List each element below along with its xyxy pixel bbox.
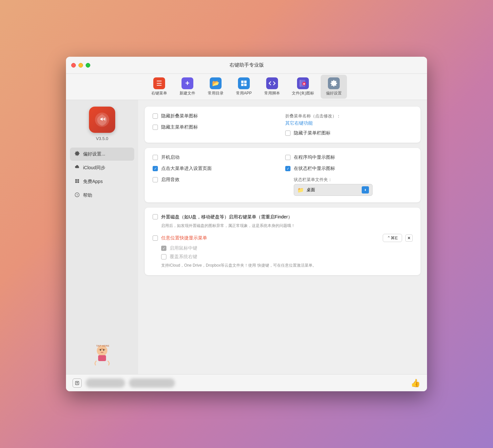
statusbar-folder-label: 状态栏菜单文件夹： (294, 177, 413, 183)
toolbar-icon-commonscript (266, 77, 278, 89)
svg-point-12 (365, 190, 366, 191)
support-text-content: 支持iCloud，One Drive，Dropbox等云盘文件夹！使用 快捷键，… (161, 263, 316, 268)
external-disk-row: 外置磁盘（如U盘，移动硬盘等）启用右键菜单（需重启Finder） (153, 214, 413, 220)
toolbar-icon-fileicon (297, 77, 309, 89)
sidebar-label-icloud: iCloud同步 (83, 165, 105, 171)
fold-name-section: 折叠菜单名称（点击修改）： 其它右键功能 (285, 113, 413, 126)
sidebar-bottom: TAP HERE (89, 341, 115, 368)
external-disk-label: 外置磁盘（如U盘，移动硬盘等）启用右键菜单（需重启Finder） (161, 214, 292, 220)
quick-menu-label: 任意位置快捷显示菜单 (161, 235, 207, 241)
toolbar-label-commonscript: 常用脚本 (264, 91, 280, 96)
hide-main-menubar-checkbox[interactable] (153, 125, 158, 130)
toolbar-label-preferences: 偏好设置 (326, 91, 342, 96)
click-settings-checkbox[interactable]: ✓ (153, 166, 158, 171)
shortcut-clear-button[interactable]: ✕ (405, 234, 413, 242)
hide-submenu-bar-label: 隐藏子菜单栏图标 (294, 130, 331, 136)
svg-point-8 (103, 349, 104, 351)
export-button[interactable] (73, 378, 82, 388)
main-window: 右键助手专业版 ☰ 右键菜单 + 新建文件 📂 常用目录 常用APP 常用脚本 (66, 57, 427, 391)
svg-text:TAP HERE: TAP HERE (96, 344, 109, 347)
close-button[interactable] (71, 63, 76, 68)
hide-submenu-bar-item: 隐藏子菜单栏图标 (285, 130, 413, 136)
sidebar-label-preferences: 偏好设置... (83, 151, 105, 157)
enable-sound-label: 启用音效 (161, 177, 180, 183)
external-disk-desc: 启用后，如发现外置磁盘的图标异常，属正常现象，这是系统本身的问题哦！ (161, 223, 413, 229)
sidebar-nav: 偏好设置... iCloud同步 免费Apps ? (70, 148, 134, 202)
toolbar-icon-commondir: 📂 (210, 77, 222, 89)
titlebar: 右键助手专业版 (66, 57, 427, 74)
folder-arrow-button[interactable] (362, 186, 369, 193)
display-right: 在程序坞中显示图标 ✓ 在状态栏中显示图标 状态栏菜单文件夹： (285, 154, 413, 196)
sidebar-label-freeapps: 免费Apps (83, 179, 103, 185)
statusbar-folder-dropdown[interactable]: 📁 桌面 (294, 184, 373, 196)
content-area: V3.5.0 偏好设置... iCloud同步 (66, 100, 427, 374)
show-in-statusbar-item: ✓ 在状态栏中显示图标 (285, 166, 335, 172)
quick-menu-row: 任意位置快捷显示菜单 ⌃⌘E ✕ (153, 234, 413, 242)
hide-fold-icon-item: 隐藏折叠菜单图标 (153, 113, 198, 119)
toolbar-icon-preferences (328, 77, 340, 89)
sidebar-item-preferences[interactable]: 偏好设置... (70, 148, 134, 161)
help-icon: ? (75, 192, 80, 199)
enable-sound-item: 启用音效 (153, 177, 180, 183)
svg-point-7 (100, 349, 101, 351)
click-settings-item: ✓ 点击大菜单进入设置页面 (153, 166, 212, 172)
show-in-dock-checkbox[interactable] (285, 155, 290, 160)
sidebar-item-freeapps[interactable]: 免费Apps (70, 175, 134, 188)
svg-point-11 (365, 189, 366, 190)
auto-launch-item: 开机启动 (153, 154, 180, 160)
folder-name: 桌面 (307, 187, 359, 193)
sidebar-label-help: 帮助 (83, 193, 92, 198)
maximize-button[interactable] (86, 63, 90, 68)
toolbar-item-rightmenu[interactable]: ☰ 右键菜单 (146, 75, 172, 99)
statusbar-folder-section: 状态栏菜单文件夹： 📁 桌面 (294, 177, 413, 196)
apps-icon (75, 178, 80, 185)
app-version: V3.5.0 (96, 136, 108, 141)
toolbar-item-commondir[interactable]: 📂 常用目录 (203, 75, 229, 99)
toolbar-item-commonapp[interactable]: 常用APP (231, 75, 257, 99)
toolbar-label-newfile: 新建文件 (180, 91, 195, 96)
toolbar-icon-newfile: + (182, 77, 193, 89)
external-quick-card: 外置磁盘（如U盘，移动硬盘等）启用右键菜单（需重启Finder） 启用后，如发现… (145, 208, 420, 275)
show-in-dock-label: 在程序坞中显示图标 (294, 154, 335, 160)
hide-fold-icon-checkbox[interactable] (153, 113, 158, 119)
toolbar-label-fileicon: 文件(夹)图标 (292, 91, 314, 96)
toolbar-item-fileicon[interactable]: 文件(夹)图标 (287, 75, 319, 99)
gear-icon (75, 151, 80, 157)
app-icon (89, 107, 115, 133)
mouse-middle-row: ✓ 启用鼠标中键 (161, 245, 413, 251)
tap-here-mascot: TAP HERE (89, 341, 115, 368)
toolbar: ☰ 右键菜单 + 新建文件 📂 常用目录 常用APP 常用脚本 (66, 74, 427, 100)
sidebar-item-icloud[interactable]: iCloud同步 (70, 161, 134, 174)
hide-submenu-bar-checkbox[interactable] (285, 131, 290, 136)
show-in-statusbar-checkbox[interactable]: ✓ (285, 166, 290, 171)
fold-menu-right: 折叠菜单名称（点击修改）： 其它右键功能 隐藏子菜单栏图标 (285, 113, 413, 136)
quick-menu-checkbox[interactable] (153, 235, 158, 241)
auto-launch-checkbox[interactable] (153, 155, 158, 160)
show-in-statusbar-label: 在状态栏中显示图标 (294, 166, 335, 172)
sidebar: V3.5.0 偏好设置... iCloud同步 (66, 100, 138, 374)
svg-text:?: ? (76, 193, 78, 197)
sidebar-item-help[interactable]: ? 帮助 (70, 189, 134, 202)
auto-launch-label: 开机启动 (161, 154, 180, 160)
enable-sound-checkbox[interactable] (153, 177, 158, 182)
minimize-button[interactable] (78, 63, 83, 68)
cloud-icon (75, 165, 80, 171)
external-disk-checkbox[interactable] (153, 214, 158, 219)
footer-button-2[interactable] (129, 378, 175, 388)
fold-menu-card: 隐藏折叠菜单图标 隐藏主菜单栏图标 折叠菜单名称（点击修改）： (145, 107, 420, 143)
footer: 👍 (66, 374, 427, 391)
hide-main-menubar-label: 隐藏主菜单栏图标 (161, 124, 198, 130)
toolbar-item-commonscript[interactable]: 常用脚本 (259, 75, 285, 99)
svg-rect-9 (98, 355, 106, 361)
main-panel: 隐藏折叠菜单图标 隐藏主菜单栏图标 折叠菜单名称（点击修改）： (138, 100, 427, 374)
footer-button-1[interactable] (86, 378, 125, 388)
override-right-click-checkbox[interactable] (161, 254, 166, 259)
like-button[interactable]: 👍 (411, 378, 420, 388)
hide-fold-icon-label: 隐藏折叠菜单图标 (161, 113, 198, 119)
toolbar-item-newfile[interactable]: + 新建文件 (174, 75, 201, 99)
override-right-click-row: 覆盖系统右键 (161, 254, 413, 260)
folder-icon: 📁 (297, 187, 304, 193)
toolbar-item-preferences[interactable]: 偏好设置 (321, 75, 347, 99)
toolbar-label-commonapp: 常用APP (236, 91, 252, 96)
fold-name-value[interactable]: 其它右键功能 (285, 120, 413, 126)
